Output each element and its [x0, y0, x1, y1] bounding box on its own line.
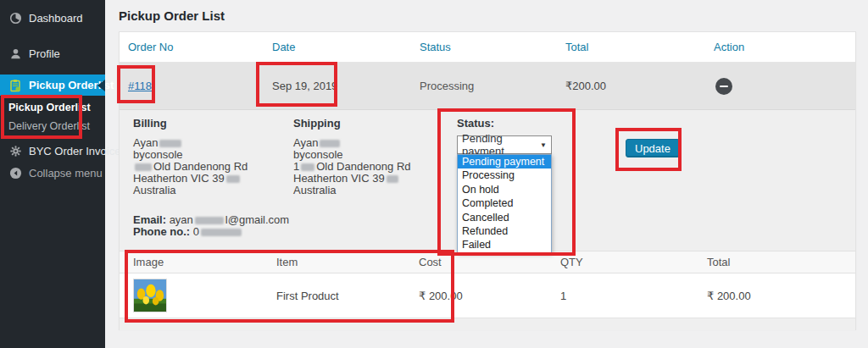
column-header-status: Status	[420, 41, 565, 53]
sidebar-item-byc-order-invoice[interactable]: BYC Order Invoice	[0, 141, 105, 162]
column-header-item-total: Total	[707, 256, 855, 268]
order-detail-section: Billing Ayan byconsole Old Dandenong Rd …	[120, 110, 855, 330]
billing-address-block: Billing Ayan byconsole Old Dandenong Rd …	[133, 117, 289, 238]
orders-table-header: Order No Date Status Total Action	[120, 32, 855, 63]
item-qty: 1	[560, 290, 707, 302]
status-option[interactable]: Cancelled	[458, 211, 551, 224]
sidebar-item-dashboard[interactable]: Dashboard	[0, 5, 105, 30]
column-header-total: Total	[565, 41, 714, 53]
order-date: Sep 19, 2019	[272, 80, 420, 92]
collapse-order-button[interactable]	[715, 78, 732, 95]
billing-heading: Billing	[133, 117, 289, 130]
item-row: First Product ₹ 200.00 1 ₹ 200.00	[120, 273, 855, 318]
column-header-cost: Cost	[419, 256, 560, 268]
redacted-text	[201, 229, 242, 236]
order-status: Processing	[420, 80, 565, 92]
column-header-image: Image	[120, 256, 276, 268]
column-header-date: Date	[272, 41, 420, 53]
shipping-name: Ayan	[293, 136, 318, 149]
shipping-city: Heatherton VIC 39	[293, 172, 385, 185]
redacted-text	[387, 175, 398, 183]
product-image	[133, 279, 167, 312]
status-select[interactable]: Pending payment ▼	[457, 135, 552, 154]
select-caret-icon: ▼	[540, 141, 547, 149]
status-option[interactable]: Failed	[458, 238, 551, 251]
orders-panel: Order No Date Status Total Action #118 S…	[119, 31, 856, 329]
item-name: First Product	[276, 290, 419, 302]
sidebar-subitem-label: Delivery Orderlist	[8, 120, 90, 132]
sidebar-item-label: Dashboard	[29, 12, 83, 25]
admin-sidebar: Dashboard Profile Pickup Orderlist	[0, 0, 105, 348]
redacted-text	[301, 163, 314, 171]
column-header-action: Action	[714, 41, 855, 53]
item-total: ₹ 200.00	[707, 290, 855, 302]
redacted-text	[195, 217, 224, 224]
shipping-country: Australia	[293, 185, 411, 196]
sidebar-subitem-label: Pickup Orderlist	[8, 102, 91, 113]
sidebar-item-profile[interactable]: Profile	[0, 41, 105, 66]
page-title: Pickup Order List	[119, 8, 225, 23]
redacted-text	[135, 163, 152, 171]
email-label: Email:	[133, 213, 166, 226]
sidebar-item-label: BYC Order Invoice	[29, 145, 120, 157]
dashboard-icon	[8, 11, 22, 25]
redacted-text	[159, 140, 181, 147]
order-row: #118 Sep 19, 2019 Processing ₹200.00	[120, 63, 855, 110]
clipboard-gear-icon	[8, 79, 22, 92]
sidebar-item-label: Collapse menu	[29, 167, 103, 180]
status-label: Status:	[457, 117, 494, 130]
billing-company: byconsole	[133, 149, 289, 161]
shipping-street: Old Dandenong Rd	[316, 160, 410, 173]
order-number-link[interactable]: #118	[128, 80, 152, 92]
column-header-item: Item	[276, 256, 419, 268]
items-table-header: Image Item Cost QTY Total	[120, 251, 855, 273]
collapse-arrow-icon	[8, 167, 22, 180]
user-icon	[8, 47, 22, 60]
phone-label: Phone no.:	[133, 225, 190, 238]
billing-street: Old Dandenong Rd	[153, 160, 248, 173]
billing-name: Ayan	[133, 136, 158, 149]
status-options-list: Pending payment Processing On hold Compl…	[457, 154, 552, 253]
shipping-company: byconsole	[293, 149, 411, 161]
shipping-heading: Shipping	[293, 117, 411, 130]
sidebar-item-label: Profile	[29, 47, 60, 60]
status-option[interactable]: On hold	[458, 183, 551, 196]
billing-email: ayan	[170, 213, 193, 226]
column-header-order-no: Order No	[120, 41, 272, 53]
sidebar-item-pickup-orderlist[interactable]: Pickup Orderlist	[0, 75, 105, 96]
item-cost: ₹ 200.00	[419, 290, 560, 302]
sidebar-item-collapse-menu[interactable]: Collapse menu	[0, 163, 105, 184]
billing-phone: 0	[193, 225, 199, 238]
shipping-address-block: Shipping Ayan byconsole 1Old Dandenong R…	[293, 117, 411, 196]
order-total: ₹200.00	[565, 80, 714, 92]
shipping-street-no: 1	[293, 160, 299, 173]
sidebar-subitem-delivery-orderlist[interactable]: Delivery Orderlist	[0, 118, 105, 135]
billing-city: Heatherton VIC 39	[133, 172, 225, 185]
gear-icon	[8, 145, 22, 158]
billing-country: Australia	[133, 185, 289, 196]
sidebar-subitem-pickup-orderlist[interactable]: Pickup Orderlist	[0, 99, 105, 116]
billing-email-domain: l@gmail.com	[225, 213, 289, 226]
pickup-order-list-screen: Dashboard Profile Pickup Orderlist	[0, 0, 868, 348]
column-header-qty: QTY	[560, 256, 707, 268]
minus-icon	[720, 86, 728, 88]
status-option[interactable]: Processing	[458, 168, 551, 182]
order-items-table: Image Item Cost QTY Total	[120, 251, 855, 318]
active-menu-arrow-icon	[97, 80, 105, 91]
update-button[interactable]: Update	[626, 139, 680, 157]
status-option[interactable]: Pending payment	[458, 155, 551, 168]
redacted-text	[320, 140, 340, 147]
redacted-text	[226, 175, 240, 183]
status-option[interactable]: Completed	[458, 196, 551, 210]
status-option[interactable]: Refunded	[458, 224, 551, 238]
